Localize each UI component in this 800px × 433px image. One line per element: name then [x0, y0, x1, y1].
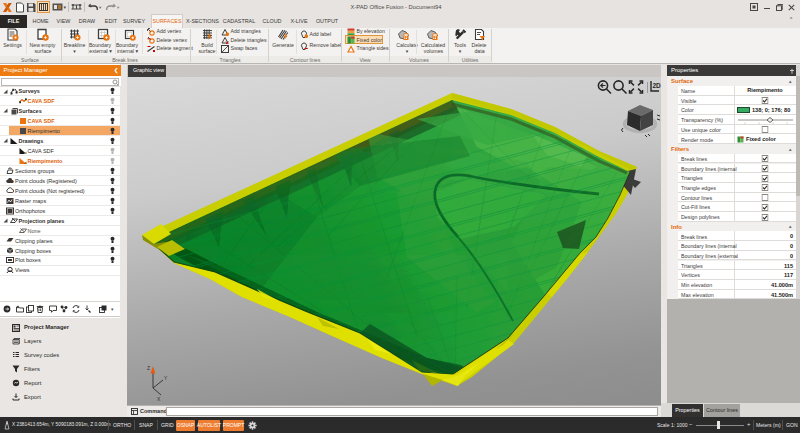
- svg-text:2D: 2D: [653, 82, 662, 89]
- svg-text:Z: Z: [147, 365, 150, 371]
- svg-text:X: X: [157, 396, 161, 402]
- svg-text:Y: Y: [164, 375, 168, 381]
